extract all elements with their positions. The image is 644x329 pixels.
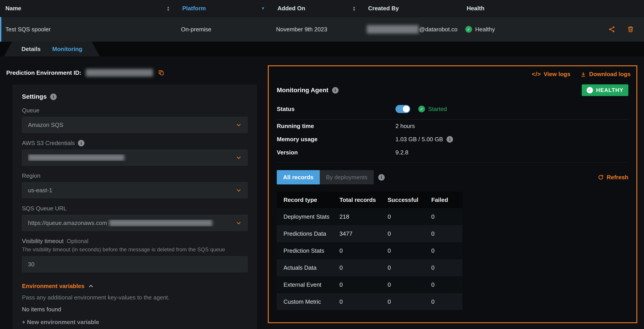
records-table-header: Record type Total records Successful Fai…: [277, 192, 462, 208]
environment-variables-help: Pass any additional environment key-valu…: [22, 294, 248, 301]
successful-cell: 0: [388, 247, 431, 254]
credentials-select-value: [28, 154, 236, 161]
settings-card: Settings i Queue Amazon SQS AWS S3 Crede…: [12, 85, 257, 329]
column-header-added-on[interactable]: Added On ▲ ▼: [278, 5, 368, 12]
visibility-timeout-input[interactable]: [22, 256, 248, 272]
queue-select[interactable]: Amazon SQS: [22, 117, 248, 133]
details-column: Prediction Environment ID: Settings i Qu…: [6, 56, 258, 329]
health-badge: ✓ HEALTHY: [582, 84, 628, 96]
table-row: Actuals Data 0 0 0: [277, 259, 462, 276]
sort-desc-icon: ▼: [352, 8, 356, 11]
record-type-cell: Prediction Stats: [277, 247, 340, 254]
environment-name-link[interactable]: Test SQS spooler: [5, 26, 181, 33]
refresh-button[interactable]: Refresh: [598, 174, 628, 181]
table-row: Predictions Data 3477 0 0: [277, 225, 462, 242]
credentials-label: AWS S3 Credentials: [22, 140, 75, 147]
status-label: Status: [277, 106, 396, 113]
code-icon: </>: [532, 71, 541, 78]
running-time-label: Running time: [277, 123, 396, 130]
sqs-url-select[interactable]: https://queue.amazonaws.com: [22, 215, 248, 231]
record-type-cell: Predictions Data: [277, 230, 340, 237]
tab-monitoring[interactable]: Monitoring: [47, 46, 87, 53]
chevron-down-icon: [236, 220, 242, 226]
environment-created-by: @datarobot.co: [367, 25, 465, 33]
tabs-bar: Details Monitoring: [0, 42, 644, 56]
info-icon[interactable]: i: [332, 87, 338, 93]
records-table: Record type Total records Successful Fai…: [277, 192, 462, 310]
chevron-up-icon: [88, 283, 94, 289]
sort-icon[interactable]: ▲ ▼: [352, 6, 356, 11]
successful-cell: 0: [388, 281, 431, 288]
total-records-cell: 218: [340, 213, 388, 220]
environment-variables-empty: No items found: [22, 306, 248, 313]
total-records-cell: 0: [340, 281, 388, 288]
chevron-down-icon: [236, 122, 242, 128]
health-column-label: Health: [467, 5, 484, 12]
column-header-created-by: Created By: [368, 5, 467, 12]
running-time-row: Running time 2 hours: [277, 119, 628, 133]
queue-label: Queue: [22, 107, 248, 114]
health-text: Healthy: [475, 26, 495, 33]
info-icon[interactable]: i: [378, 174, 385, 181]
column-header-platform[interactable]: Platform ▼: [182, 5, 278, 12]
environment-variables-toggle[interactable]: Environment variables: [22, 283, 248, 290]
version-label: Version: [277, 149, 396, 156]
download-icon: [580, 71, 586, 77]
memory-usage-row: Memory usage 1.03 GB / 5.00 GB i: [277, 133, 628, 146]
created-by-column-label: Created By: [368, 5, 399, 12]
successful-cell: 0: [388, 298, 431, 305]
check-circle-icon: ✓: [418, 106, 425, 112]
running-time-value: 2 hours: [396, 123, 415, 130]
environments-list-header: Name ▲ ▼ Platform ▼ Added On ▲ ▼ Created…: [0, 0, 644, 17]
record-type-cell: Deployment Stats: [277, 213, 340, 220]
status-row: Status ✓ Started: [277, 105, 628, 113]
total-records-cell: 0: [340, 298, 388, 305]
total-records-cell: 0: [340, 247, 388, 254]
tab-details[interactable]: Details: [16, 46, 46, 53]
redacted-value: [28, 154, 124, 161]
copy-icon[interactable]: [158, 69, 164, 76]
environment-row[interactable]: Test SQS spooler On-premise November 9th…: [0, 17, 644, 42]
info-icon[interactable]: i: [78, 140, 84, 146]
toggle-knob: [403, 106, 410, 112]
table-row: Custom Metric 0 0 0: [277, 293, 462, 310]
trash-icon[interactable]: [627, 26, 634, 33]
tab-by-deployments[interactable]: By deployments: [320, 170, 374, 184]
region-label: Region: [22, 172, 248, 179]
view-logs-button[interactable]: </> View logs: [532, 71, 570, 78]
tab-all-records[interactable]: All records: [277, 170, 320, 184]
check-circle-icon: ✓: [465, 26, 472, 33]
redacted-value: [86, 69, 153, 76]
sqs-url-label: SQS Queue URL: [22, 205, 248, 212]
total-records-cell: 0: [340, 264, 388, 271]
failed-cell: 0: [431, 230, 462, 237]
info-icon[interactable]: i: [50, 93, 57, 100]
sort-icon[interactable]: ▲ ▼: [166, 6, 170, 11]
col-successful: Successful: [388, 197, 431, 203]
visibility-timeout-help: The visibility timeout (in seconds) befo…: [22, 246, 248, 253]
new-environment-variable-button[interactable]: + New environment variable: [22, 319, 248, 326]
region-select[interactable]: us-east-1: [22, 182, 248, 198]
created-by-domain: @datarobot.co: [419, 26, 458, 33]
credentials-select[interactable]: [22, 149, 248, 166]
prediction-environment-id: Prediction Environment ID:: [6, 69, 258, 76]
redacted-value: [109, 220, 212, 226]
record-type-cell: External Event: [277, 281, 340, 288]
row-actions: [606, 26, 644, 33]
chevron-down-icon[interactable]: ▼: [261, 6, 265, 11]
col-total-records: Total records: [340, 197, 388, 203]
download-logs-button[interactable]: Download logs: [580, 71, 630, 78]
table-row: Prediction Stats 0 0 0: [277, 242, 462, 259]
settings-title: Settings: [22, 93, 46, 100]
share-icon[interactable]: [608, 26, 615, 33]
info-icon[interactable]: i: [446, 136, 453, 143]
check-circle-icon: ✓: [587, 87, 593, 93]
sort-desc-icon: ▼: [166, 8, 170, 11]
monitoring-agent-title: Monitoring Agent: [277, 87, 328, 94]
failed-cell: 0: [431, 213, 462, 220]
column-header-name[interactable]: Name ▲ ▼: [5, 5, 182, 12]
chevron-down-icon: [236, 187, 242, 193]
credentials-label-row: AWS S3 Credentials i: [22, 140, 248, 147]
status-toggle[interactable]: [396, 105, 410, 113]
visibility-timeout-label: Visibility timeout: [22, 238, 64, 245]
